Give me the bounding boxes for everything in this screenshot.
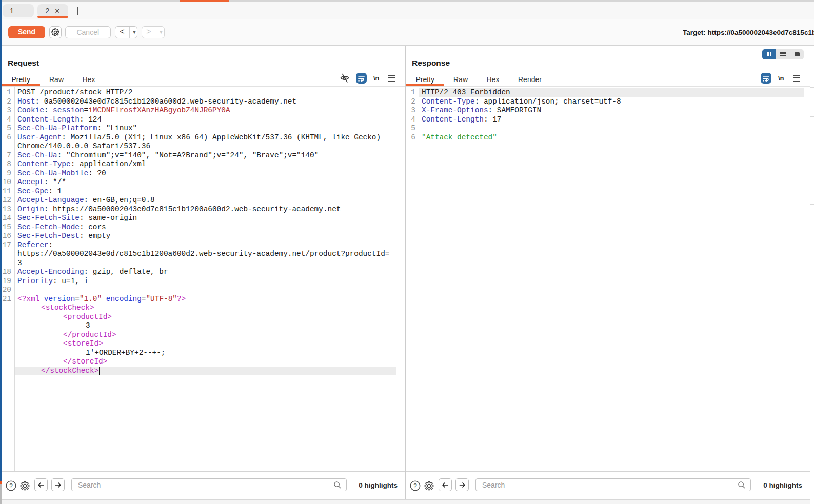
svg-text:?: ? bbox=[9, 482, 13, 489]
svg-text:?: ? bbox=[413, 482, 417, 489]
